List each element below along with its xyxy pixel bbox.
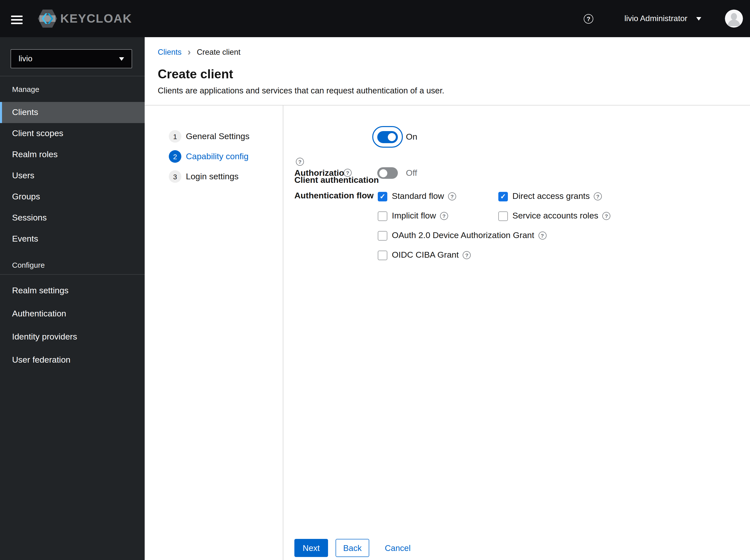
sidebar-item-groups[interactable]: Groups [0, 186, 145, 207]
wizard-step-label: Login settings [186, 172, 239, 182]
checkbox-unchecked[interactable] [378, 211, 387, 221]
checkbox-option-oidc-ciba-grant: OIDC CIBA Grant? [378, 250, 498, 260]
checkbox-checked[interactable]: ✓ [498, 192, 508, 201]
masthead: KEYCLOAK ? livio Administrator [0, 0, 750, 37]
chevron-right-icon: › [188, 47, 191, 57]
realm-selector-value: livio [19, 54, 33, 63]
wizard-step-nav: 1General Settings2Capability config3Logi… [169, 130, 250, 183]
sidebar-item-realm-settings[interactable]: Realm settings [0, 279, 145, 302]
authorization-label: Authorization [294, 168, 349, 178]
page-title: Create client [158, 67, 233, 81]
question-circle-icon[interactable]: ? [448, 192, 456, 200]
header-divider [145, 105, 750, 105]
sidebar-nav: livio Manage ClientsClient scopesRealm r… [0, 37, 145, 560]
question-circle-icon[interactable]: ? [594, 192, 602, 200]
checkbox-checked[interactable]: ✓ [378, 192, 387, 201]
wizard-step-general-settings[interactable]: 1General Settings [169, 130, 250, 143]
sidebar-item-identity-providers[interactable]: Identity providers [0, 325, 145, 348]
caret-down-icon [696, 17, 702, 20]
toggle-knob [388, 133, 396, 141]
checkbox-unchecked[interactable] [378, 251, 387, 260]
sidebar-section-manage: Manage [12, 85, 39, 94]
question-circle-icon[interactable]: ? [440, 212, 448, 220]
sidebar-item-authentication[interactable]: Authentication [0, 302, 145, 325]
user-name-label: livio Administrator [625, 14, 688, 23]
checkbox-label: OAuth 2.0 Device Authorization Grant [392, 231, 534, 241]
keycloak-logo: KEYCLOAK [38, 9, 132, 28]
nav-toggle-hamburger-icon[interactable] [11, 16, 23, 24]
wizard-step-label: General Settings [186, 131, 250, 141]
keycloak-admin-console: KEYCLOAK ? livio Administrator livio Man… [0, 0, 750, 560]
sidebar-item-client-scopes[interactable]: Client scopes [0, 123, 145, 144]
sidebar-divider [0, 274, 145, 275]
sidebar-item-users[interactable]: Users [0, 165, 145, 186]
breadcrumb-link-clients[interactable]: Clients [158, 48, 182, 57]
client-authentication-toggle[interactable] [372, 126, 403, 148]
caret-down-icon [119, 57, 124, 61]
authorization-state-label: Off [406, 168, 417, 178]
checkbox-unchecked[interactable] [378, 231, 387, 240]
user-menu-dropdown[interactable]: livio Administrator [625, 0, 702, 37]
wizard-step-capability-config[interactable]: 2Capability config [169, 150, 250, 163]
sidebar-manage-list: ClientsClient scopesRealm rolesUsersGrou… [0, 102, 145, 249]
sidebar-item-realm-roles[interactable]: Realm roles [0, 144, 145, 165]
sidebar-section-configure: Configure [12, 261, 45, 269]
realm-selector[interactable]: livio [11, 49, 132, 68]
breadcrumb-current: Create client [197, 48, 240, 57]
checkbox-unchecked[interactable] [498, 211, 508, 221]
user-avatar [725, 9, 743, 27]
sidebar-item-clients[interactable]: Clients [0, 102, 145, 123]
sidebar-item-events[interactable]: Events [0, 228, 145, 249]
toggle-knob [379, 169, 387, 177]
wizard-step-label: Capability config [186, 152, 249, 161]
authentication-flow-label: Authentication flow [294, 191, 374, 201]
cancel-button[interactable]: Cancel [379, 539, 417, 557]
checkbox-option-service-accounts-roles: Service accounts roles? [498, 211, 610, 221]
sidebar-configure-list: Realm settingsAuthenticationIdentity pro… [0, 279, 145, 372]
keycloak-logo-icon [38, 9, 57, 28]
next-button[interactable]: Next [294, 539, 328, 557]
checkbox-label: Implicit flow [392, 211, 436, 221]
question-circle-icon[interactable]: ? [602, 212, 610, 220]
sidebar-item-sessions[interactable]: Sessions [0, 207, 145, 228]
page-subtitle: Clients are applications and services th… [158, 86, 444, 96]
checkbox-label: OIDC CIBA Grant [392, 250, 459, 260]
wizard-step-number: 3 [169, 170, 181, 183]
wizard-step-login-settings[interactable]: 3Login settings [169, 170, 250, 183]
checkbox-option-direct-access-grants: ✓Direct access grants? [498, 191, 610, 201]
checkbox-option-implicit-flow: Implicit flow? [378, 211, 498, 221]
checkbox-label: Direct access grants [512, 191, 590, 201]
checkbox-label: Service accounts roles [512, 211, 598, 221]
question-circle-icon[interactable]: ? [343, 169, 352, 177]
brand-wordmark: KEYCLOAK [60, 12, 132, 26]
wizard-pane-divider [282, 105, 283, 560]
help-icon[interactable]: ? [584, 14, 593, 24]
wizard-step-number: 2 [169, 150, 181, 163]
authentication-flow-options: ✓Standard flow?✓Direct access grants?Imp… [378, 191, 610, 260]
client-authentication-state-label: On [406, 132, 417, 142]
wizard-step-number: 1 [169, 130, 181, 143]
checkbox-option-standard-flow: ✓Standard flow? [378, 191, 498, 201]
question-circle-icon[interactable]: ? [463, 251, 471, 259]
breadcrumb: Clients › Create client [158, 48, 240, 57]
authorization-toggle[interactable] [377, 167, 398, 179]
main-content: Clients › Create client Create client Cl… [145, 37, 750, 560]
checkbox-option-oauth-2-0-device-authorization-grant: OAuth 2.0 Device Authorization Grant? [378, 231, 498, 241]
back-button[interactable]: Back [336, 539, 369, 557]
checkbox-label: Standard flow [392, 191, 444, 201]
sidebar-divider [0, 76, 145, 76]
sidebar-item-user-federation[interactable]: User federation [0, 348, 145, 372]
question-circle-icon[interactable]: ? [538, 232, 546, 240]
question-circle-icon[interactable]: ? [296, 158, 304, 166]
